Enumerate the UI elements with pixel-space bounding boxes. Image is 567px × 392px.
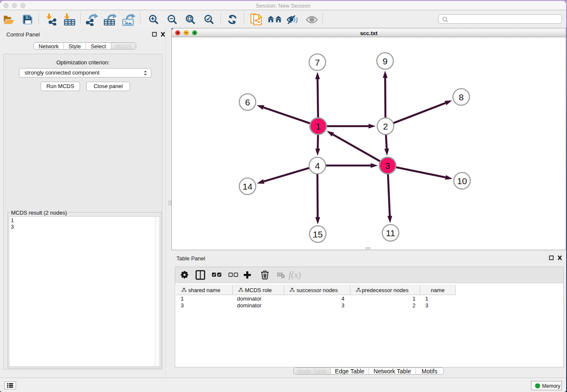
svg-text:15: 15 <box>313 229 322 239</box>
svg-text:6: 6 <box>245 97 250 107</box>
svg-text:11: 11 <box>386 228 395 237</box>
svg-text:4: 4 <box>315 160 320 170</box>
svg-text:3: 3 <box>385 160 390 170</box>
svg-text:10: 10 <box>457 176 467 185</box>
svg-text:2: 2 <box>383 121 388 131</box>
svg-text:f(x): f(x) <box>289 270 301 280</box>
svg-text:9: 9 <box>383 56 388 66</box>
svg-text:8: 8 <box>459 92 464 102</box>
svg-text:7: 7 <box>315 57 320 67</box>
svg-text:14: 14 <box>242 181 253 191</box>
svg-text:1: 1 <box>316 121 321 131</box>
